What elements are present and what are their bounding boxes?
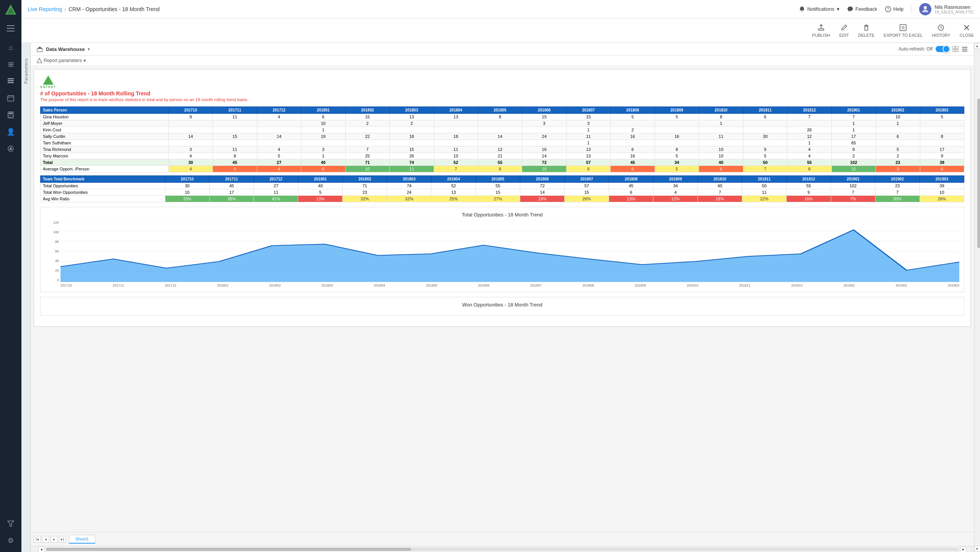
sidebar-item-grid[interactable]: ⊞ <box>3 57 18 72</box>
svg-marker-38 <box>37 46 42 49</box>
scroll-thumb[interactable] <box>46 548 411 551</box>
nav-next-sheet[interactable]: ▸ <box>51 536 57 543</box>
average-cell: 15 <box>831 166 875 172</box>
user-menu[interactable]: Nils Rasmussen 19_SALES_ANALYTIC <box>919 3 974 15</box>
sidebar-item-shapes[interactable] <box>3 141 18 156</box>
app-logo[interactable] <box>4 3 18 17</box>
data-cell: 4 <box>168 153 212 159</box>
report-params-button[interactable]: Report parameters ▾ <box>37 58 86 63</box>
sheet-tab-1[interactable]: Sheet1 <box>69 535 95 544</box>
data-cell: 2 <box>831 153 875 159</box>
export-label: EXPORT TO EXCEL <box>884 33 923 38</box>
sidebar-item-home[interactable]: ⌂ <box>3 40 18 55</box>
data-cell: 1 <box>787 140 831 146</box>
user-avatar <box>919 3 931 15</box>
col-header-201801: 201801 <box>301 107 345 114</box>
bench-total-cell: 74 <box>387 183 431 189</box>
publish-button[interactable]: PUBLISH <box>812 24 830 38</box>
bench-total-row: Total Opportunities304527407174525572574… <box>41 183 964 189</box>
scroll-down-button[interactable]: ▼ <box>974 546 980 552</box>
table-row: Tina Richmond31143715111216136810949517 <box>41 146 964 153</box>
chart-x-label: 201806 <box>478 283 490 287</box>
topbar-right: Notifications ▾ Feedback ? Help Nils Ras… <box>799 3 974 15</box>
close-button[interactable]: CLOSE <box>960 24 974 38</box>
win-ratio-cell: 32% <box>387 196 431 202</box>
chart-x-label: 201712 <box>165 283 176 287</box>
average-cell: 8 <box>566 166 610 172</box>
bench-col-201809: 201809 <box>653 176 698 183</box>
data-cell: 10 <box>699 153 743 159</box>
sidebar-item-calculator[interactable] <box>3 107 18 123</box>
history-button[interactable]: HISTORY <box>932 24 951 38</box>
help-button[interactable]: ? Help <box>885 6 904 12</box>
nav-first-sheet[interactable]: |◂ <box>34 536 41 543</box>
scroll-up-button[interactable]: ▲ <box>974 43 980 49</box>
sales-data-body: Gina Houston9114615131381515558677105Jef… <box>41 114 964 172</box>
data-cell: 7 <box>345 146 389 153</box>
sidebar-item-settings[interactable]: ⚙ <box>3 533 18 548</box>
chart-x-label: 201807 <box>530 283 542 287</box>
report-content[interactable]: solver # of Opportunities - 18 Month Rol… <box>31 66 974 532</box>
sidebar-item-users[interactable]: 👤 <box>3 124 18 139</box>
data-cell: 13 <box>566 153 610 159</box>
data-cell <box>655 127 699 133</box>
auto-refresh-label: Auto-refresh: Off <box>899 46 933 52</box>
data-cell <box>257 140 301 146</box>
notifications-button[interactable]: Notifications ▾ <box>799 6 840 12</box>
data-cell <box>655 140 699 146</box>
feedback-button[interactable]: Feedback <box>847 6 877 12</box>
nav-prev-sheet[interactable]: ◂ <box>42 536 49 543</box>
sidebar-item-filter[interactable] <box>3 516 18 531</box>
bench-total-cell: 27 <box>254 183 298 189</box>
bench-won-cell: 9 <box>786 189 831 196</box>
chart-x-label: 201901 <box>843 283 855 287</box>
chart-x-label: 201804 <box>374 283 385 287</box>
data-cell: 18 <box>434 133 478 140</box>
sidebar-item-reports[interactable] <box>3 74 18 89</box>
breadcrumb-live-reporting[interactable]: Live Reporting <box>28 6 62 12</box>
horizontal-scrollbar[interactable]: ◂ ▸ <box>31 546 974 552</box>
auto-refresh-toggle[interactable] <box>936 46 949 52</box>
warehouse-dropdown-icon[interactable]: ▾ <box>88 47 90 52</box>
chart-x-label: 201801 <box>217 283 229 287</box>
grid-view-icon[interactable] <box>952 46 959 52</box>
data-cell: 8 <box>655 146 699 153</box>
average-cell: 10 <box>345 166 389 172</box>
notifications-dropdown-icon: ▾ <box>837 6 840 12</box>
sidebar-item-calendar[interactable] <box>3 90 18 106</box>
data-cell: 9 <box>743 146 787 153</box>
scroll-left-button[interactable]: ◂ <box>38 546 44 552</box>
data-cell <box>434 127 478 133</box>
data-cell: 26 <box>390 153 434 159</box>
edit-button[interactable]: EDIT <box>839 24 849 38</box>
svg-rect-26 <box>818 29 824 30</box>
nav-last-sheet[interactable]: ▸| <box>59 536 66 543</box>
data-cell: 3 <box>168 146 212 153</box>
data-cell: 8 <box>920 133 964 140</box>
chart-x-label: 201811 <box>739 283 750 287</box>
win-ratio-cell: 13% <box>298 196 343 202</box>
chart-won-opportunities: Won Opportunities - 18 Month Trend <box>40 297 964 316</box>
export-button[interactable]: EXPORT TO EXCEL <box>884 24 923 38</box>
list-view-icon[interactable] <box>962 46 968 52</box>
bench-col-201804: 201804 <box>431 176 476 183</box>
warehouse-selector[interactable]: Data Warehouse ▾ <box>37 46 90 52</box>
data-cell: 11 <box>213 146 257 153</box>
average-cell: 6 <box>611 166 655 172</box>
total-cell: 30 <box>168 159 212 166</box>
data-cell <box>699 140 743 146</box>
col-header-201806: 201806 <box>522 107 566 114</box>
auto-refresh-control: Auto-refresh: Off <box>899 46 968 52</box>
svg-point-16 <box>12 115 13 116</box>
data-cell <box>213 127 257 133</box>
data-cell: 1 <box>566 127 610 133</box>
chart-x-label: 201802 <box>269 283 281 287</box>
scroll-right-button[interactable]: ▸ <box>960 546 966 552</box>
delete-button[interactable]: DELETE <box>858 24 875 38</box>
hamburger-icon[interactable] <box>3 21 18 36</box>
scroll-thumb-vertical[interactable] <box>977 99 980 248</box>
bench-won-cell: 23 <box>343 189 387 196</box>
bench-col-201807: 201807 <box>565 176 609 183</box>
data-cell: 3 <box>301 146 345 153</box>
data-cell: 7 <box>831 114 875 120</box>
